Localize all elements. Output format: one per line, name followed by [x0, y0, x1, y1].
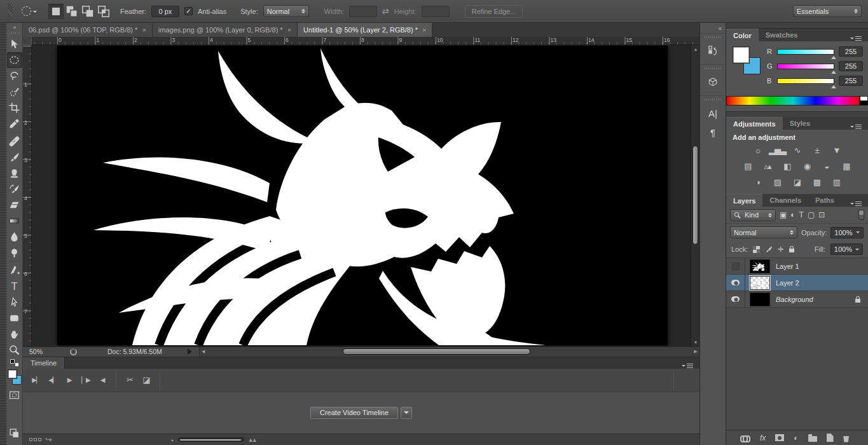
- split-clip-icon[interactable]: ✂: [121, 373, 138, 387]
- channel-mixer-icon[interactable]: ◒: [820, 160, 834, 172]
- levels-icon[interactable]: ▂▅▃: [771, 144, 785, 156]
- gradient-tool[interactable]: [7, 213, 22, 229]
- invert-icon[interactable]: ◑: [751, 176, 765, 188]
- subtract-from-selection-button[interactable]: [80, 4, 95, 19]
- horizontal-scrollbar[interactable]: ◀ ▶: [199, 347, 699, 357]
- spectrum-white-black-swatches[interactable]: [860, 96, 868, 106]
- expand-panels-icon[interactable]: «: [718, 25, 722, 32]
- curves-icon[interactable]: ∿: [790, 144, 804, 156]
- blur-tool[interactable]: [7, 229, 22, 245]
- scroll-down-icon[interactable]: ▼: [691, 339, 700, 346]
- workspace-dropdown[interactable]: Essentials: [793, 5, 862, 17]
- document-tab-imagespng[interactable]: images.png @ 100% (Layer 0, RGB/8) * ×: [153, 23, 298, 37]
- type-tool[interactable]: [7, 278, 22, 294]
- history-panel-icon[interactable]: [703, 43, 722, 59]
- vertical-scrollbar[interactable]: ▲ ▼: [691, 45, 699, 346]
- vertical-scroll-thumb[interactable]: [692, 146, 698, 245]
- timeline-mode-dropdown[interactable]: [401, 407, 412, 419]
- layer-name[interactable]: Background: [776, 296, 813, 303]
- next-frame-button[interactable]: ▏▶: [78, 373, 94, 387]
- scroll-right-icon[interactable]: ▶: [692, 347, 699, 357]
- pen-tool[interactable]: [7, 263, 22, 278]
- lock-all-icon[interactable]: [789, 246, 794, 252]
- shape-tool[interactable]: [7, 310, 22, 326]
- filter-pixel-layers-icon[interactable]: ▣: [780, 210, 787, 219]
- eraser-tool[interactable]: [7, 197, 22, 213]
- timeline-zoom-slider[interactable]: [178, 437, 244, 442]
- document-tab-06psd[interactable]: 06.psd @ 100% (06 TOP, RGB/8) * ×: [23, 23, 153, 37]
- goto-first-frame-button[interactable]: ▶▏: [28, 373, 45, 387]
- new-selection-button[interactable]: [48, 4, 64, 19]
- scroll-left-icon[interactable]: ◀: [200, 347, 207, 357]
- visibility-cell[interactable]: [726, 275, 745, 291]
- color-lookup-icon[interactable]: ▦: [839, 160, 853, 172]
- audio-mute-button[interactable]: ◀: [94, 373, 111, 387]
- elliptical-marquee-tool[interactable]: [7, 52, 22, 68]
- photo-filter-icon[interactable]: ◉: [800, 160, 814, 172]
- eyedropper-tool[interactable]: [7, 116, 22, 132]
- anti-alias-checkbox[interactable]: ✓: [184, 7, 193, 15]
- transition-icon[interactable]: ◪: [138, 373, 155, 387]
- ruler-corner[interactable]: [23, 37, 32, 45]
- close-icon[interactable]: ×: [287, 26, 291, 34]
- blue-value[interactable]: 255: [839, 76, 863, 86]
- color-balance-icon[interactable]: ▵▴: [761, 160, 775, 172]
- horizontal-ruler[interactable]: 012345678910111213141516: [32, 37, 699, 45]
- layer-name[interactable]: Layer 1: [776, 263, 799, 270]
- layer-filtering-toggle[interactable]: [858, 210, 864, 220]
- blue-slider[interactable]: [777, 78, 834, 84]
- brightness-contrast-icon[interactable]: ☼: [751, 144, 765, 156]
- previous-frame-button[interactable]: ◀▏: [45, 373, 61, 387]
- layer-name[interactable]: Layer 2: [776, 279, 799, 287]
- move-tool[interactable]: [7, 36, 22, 52]
- tab-timeline[interactable]: Timeline: [23, 357, 65, 369]
- path-selection-tool[interactable]: [7, 294, 22, 310]
- clone-stamp-tool[interactable]: [7, 165, 22, 181]
- blend-mode-dropdown[interactable]: Normal: [730, 226, 797, 238]
- properties-panel-icon[interactable]: [703, 74, 722, 90]
- lasso-tool[interactable]: [7, 68, 22, 84]
- new-layer-icon[interactable]: [827, 434, 834, 442]
- canvas-image-dragon[interactable]: [57, 46, 668, 345]
- scroll-up-icon[interactable]: ▲: [691, 45, 700, 53]
- posterize-icon[interactable]: ▨: [771, 176, 785, 188]
- hue-saturation-icon[interactable]: ▤: [741, 160, 755, 172]
- eye-icon[interactable]: [731, 280, 740, 285]
- red-value[interactable]: 255: [839, 46, 863, 57]
- layer-style-fx-icon[interactable]: fx: [760, 434, 766, 442]
- dodge-tool[interactable]: [7, 245, 22, 261]
- lock-transparent-pixels-icon[interactable]: [753, 246, 760, 253]
- quick-selection-tool[interactable]: [7, 84, 22, 100]
- quick-mask-button[interactable]: [7, 387, 22, 403]
- vibrance-icon[interactable]: ▼: [830, 144, 844, 156]
- gradient-map-icon[interactable]: ▩: [810, 176, 824, 188]
- tab-swatches[interactable]: Swatches: [759, 29, 805, 41]
- default-colors-icon[interactable]: [10, 359, 19, 367]
- tab-color[interactable]: Color: [726, 29, 759, 41]
- tab-paths[interactable]: Paths: [808, 194, 841, 207]
- vertical-ruler[interactable]: 1234567: [23, 45, 32, 346]
- visibility-cell[interactable]: [726, 291, 745, 307]
- convert-frames-icon[interactable]: [29, 438, 41, 441]
- layer-row-layer1[interactable]: Layer 1: [726, 257, 868, 274]
- green-value[interactable]: 255: [839, 61, 863, 71]
- layer-thumbnail[interactable]: [750, 276, 770, 290]
- threshold-icon[interactable]: ◪: [790, 176, 804, 188]
- selective-color-icon[interactable]: ▥: [830, 176, 844, 188]
- link-layers-icon[interactable]: [740, 435, 750, 441]
- play-button[interactable]: ▶: [61, 373, 78, 387]
- tab-styles[interactable]: Styles: [783, 117, 817, 130]
- tab-layers[interactable]: Layers: [726, 194, 762, 207]
- new-adjustment-layer-icon[interactable]: ◐: [794, 434, 798, 442]
- add-layer-mask-icon[interactable]: [775, 434, 784, 441]
- flyout-icon[interactable]: »: [13, 24, 15, 31]
- document-tab-untitled1[interactable]: Untitled-1 @ 50% (Layer 2, RGB/8) * ×: [298, 23, 432, 37]
- screen-mode-button[interactable]: [7, 425, 22, 441]
- foreground-color-swatch[interactable]: [8, 369, 17, 379]
- adobe-drive-icon[interactable]: [70, 348, 77, 355]
- height-input[interactable]: [422, 6, 450, 17]
- crop-tool[interactable]: [7, 100, 22, 116]
- opacity-value[interactable]: 100%: [830, 227, 863, 238]
- lock-image-pixels-icon[interactable]: [765, 245, 773, 253]
- layers-panel-menu-icon[interactable]: [850, 201, 862, 207]
